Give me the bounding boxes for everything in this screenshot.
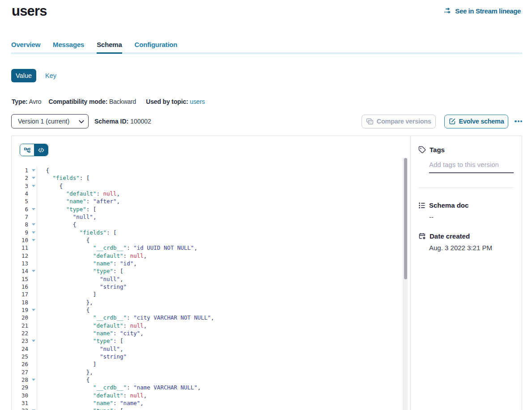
topic-link[interactable]: users bbox=[190, 98, 205, 105]
line-number: 10 bbox=[12, 236, 28, 244]
fold-toggle-icon[interactable] bbox=[32, 185, 35, 187]
fold-gutter bbox=[28, 236, 37, 244]
evolve-schema-label: Evolve schema bbox=[459, 118, 504, 125]
tab-bar: OverviewMessagesSchemaConfiguration bbox=[11, 41, 190, 54]
fold-toggle-icon[interactable] bbox=[32, 223, 35, 226]
fold-gutter bbox=[28, 252, 37, 260]
more-actions-button[interactable] bbox=[515, 119, 522, 124]
code-line-14: 14 "type": [ bbox=[12, 267, 410, 275]
tab-configuration[interactable]: Configuration bbox=[135, 41, 178, 54]
tab-schema[interactable]: Schema bbox=[97, 41, 122, 54]
code-text: "fields": [ bbox=[37, 174, 89, 182]
code-text: "default": null, bbox=[37, 322, 147, 329]
fold-toggle-icon[interactable] bbox=[32, 340, 35, 342]
version-select[interactable]: Version 1 (current) bbox=[11, 114, 89, 128]
code-text: "__crdb__": "name VARCHAR NULL", bbox=[37, 384, 201, 391]
fold-toggle-icon[interactable] bbox=[32, 379, 35, 381]
code-text: ] bbox=[37, 360, 96, 368]
line-number: 2 bbox=[12, 174, 28, 182]
code-line-8: 8 { bbox=[12, 221, 410, 228]
code-line-1: 1{ bbox=[12, 167, 410, 174]
fold-gutter bbox=[28, 229, 37, 236]
code-line-3: 3 { bbox=[12, 182, 410, 190]
stream-lineage-icon bbox=[444, 7, 452, 15]
line-number: 28 bbox=[12, 376, 28, 384]
fold-gutter bbox=[28, 213, 37, 221]
editor-scrollbar[interactable] bbox=[403, 158, 408, 410]
calendar-plus-icon bbox=[418, 232, 426, 240]
subtab-value[interactable]: Value bbox=[11, 69, 36, 82]
code-text: "default": null, bbox=[37, 252, 147, 260]
fold-gutter bbox=[28, 267, 37, 275]
subtab-key[interactable]: Key bbox=[41, 69, 61, 82]
code-line-15: 15 "null", bbox=[12, 275, 410, 283]
evolve-schema-button[interactable]: Evolve schema bbox=[444, 115, 509, 128]
tree-view-icon bbox=[24, 148, 30, 153]
tree-view-button[interactable] bbox=[20, 144, 34, 156]
code-line-28: 28 { bbox=[12, 376, 410, 384]
tags-title: Tags bbox=[430, 146, 445, 154]
lineage-label: See in Stream lineage bbox=[455, 7, 521, 15]
line-number: 32 bbox=[12, 407, 28, 410]
line-number: 6 bbox=[12, 205, 28, 213]
code-text: { bbox=[37, 182, 63, 190]
sidebar-divider bbox=[418, 188, 514, 188]
code-text: "type": [ bbox=[37, 337, 123, 345]
line-number: 19 bbox=[12, 306, 28, 314]
fold-toggle-icon[interactable] bbox=[32, 169, 35, 171]
fold-gutter bbox=[28, 322, 37, 329]
code-text: "null", bbox=[37, 275, 123, 283]
code-line-26: 26 ] bbox=[12, 360, 410, 368]
fold-gutter bbox=[28, 260, 37, 267]
fold-gutter bbox=[28, 407, 37, 410]
fold-toggle-icon[interactable] bbox=[32, 309, 35, 311]
code-line-4: 4 "default": null, bbox=[12, 190, 410, 197]
line-number: 27 bbox=[12, 368, 28, 376]
schema-id: Schema ID: 100002 bbox=[94, 118, 151, 125]
fold-toggle-icon[interactable] bbox=[32, 177, 35, 179]
fold-toggle-icon[interactable] bbox=[32, 231, 35, 234]
code-line-32: 32 "type": [ bbox=[12, 407, 410, 410]
code-line-30: 30 "default": null, bbox=[12, 392, 410, 399]
fold-gutter bbox=[28, 399, 37, 407]
line-number: 14 bbox=[12, 267, 28, 275]
line-number: 7 bbox=[12, 213, 28, 221]
view-mode-toggle bbox=[20, 144, 48, 156]
fold-gutter bbox=[28, 353, 37, 360]
fold-gutter bbox=[28, 329, 37, 337]
code-text: "name": "after", bbox=[37, 197, 120, 205]
tab-messages[interactable]: Messages bbox=[53, 41, 84, 54]
fold-gutter bbox=[28, 167, 37, 174]
code-view-button[interactable] bbox=[34, 144, 48, 156]
tags-input[interactable] bbox=[429, 159, 514, 173]
code-scroll-area[interactable]: 1{2 "fields": [3 {4 "default": null,5 "n… bbox=[12, 158, 410, 410]
ellipsis-dot bbox=[515, 120, 516, 122]
fold-toggle-icon[interactable] bbox=[32, 239, 35, 241]
line-number: 3 bbox=[12, 182, 28, 190]
code-lines: 1{2 "fields": [3 {4 "default": null,5 "n… bbox=[12, 158, 410, 410]
schema-doc-heading: Schema doc bbox=[418, 201, 514, 209]
scrollbar-thumb[interactable] bbox=[404, 158, 407, 279]
meta-used-by-topic: Used by topic: users bbox=[146, 98, 205, 106]
code-text: "type": [ bbox=[37, 205, 96, 213]
fold-toggle-icon[interactable] bbox=[32, 270, 35, 272]
see-in-stream-lineage-link[interactable]: See in Stream lineage bbox=[444, 7, 521, 15]
code-line-6: 6 "type": [ bbox=[12, 205, 410, 213]
code-text: { bbox=[37, 221, 76, 228]
date-created-title: Date created bbox=[430, 232, 470, 240]
code-line-27: 27 }, bbox=[12, 368, 410, 376]
code-text: "type": [ bbox=[37, 267, 123, 275]
tag-icon bbox=[418, 146, 426, 154]
code-text: { bbox=[37, 236, 89, 244]
line-number: 30 bbox=[12, 392, 28, 399]
code-line-5: 5 "name": "after", bbox=[12, 197, 410, 205]
line-number: 22 bbox=[12, 329, 28, 337]
controls-row: Version 1 (current) Schema ID: 100002 Co… bbox=[11, 114, 522, 128]
line-number: 13 bbox=[12, 260, 28, 267]
code-text: "null", bbox=[37, 213, 96, 221]
code-line-29: 29 "__crdb__": "name VARCHAR NULL", bbox=[12, 384, 410, 391]
fold-toggle-icon[interactable] bbox=[32, 208, 35, 210]
compare-versions-button[interactable]: Compare versions bbox=[362, 115, 436, 128]
code-line-18: 18 }, bbox=[12, 299, 410, 306]
tab-overview[interactable]: Overview bbox=[11, 41, 40, 54]
